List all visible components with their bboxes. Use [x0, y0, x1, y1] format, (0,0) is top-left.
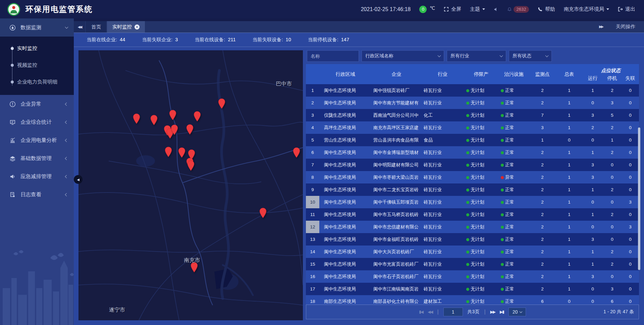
- table-row-12[interactable]: 12阆中生态环境局阆中市忠信建材有限公砖瓦行业无计划正常21003: [306, 221, 639, 233]
- tabs-scroll-left-icon[interactable]: ◀◀: [74, 21, 85, 33]
- sidebar-item-0[interactable]: 数据监测: [0, 18, 74, 37]
- col-facility: 治污设施: [499, 71, 529, 77]
- table-row-11[interactable]: 11阆中生态环境局阆中市五马桥页岩机砖砖瓦行业无计划正常21120: [306, 208, 639, 221]
- fullscreen-button[interactable]: 全屏: [444, 6, 461, 12]
- table-row-2[interactable]: 2阆中生态环境局阆中市南方节能建材有砖瓦行业无计划正常21030: [306, 97, 639, 109]
- cell-monitor: 2: [529, 175, 556, 180]
- logout-button[interactable]: 退出: [618, 6, 635, 12]
- cell-meter: 1: [556, 88, 583, 93]
- name-filter: [307, 50, 359, 62]
- sidebar-item-1[interactable]: 企业异常: [0, 95, 74, 113]
- map-pin-2[interactable]: [168, 110, 177, 121]
- map-pin-7[interactable]: [170, 124, 179, 136]
- sidebar-collapse-toggle[interactable]: ◀: [74, 175, 83, 184]
- map-pin-3[interactable]: [193, 111, 201, 122]
- sidebar-item-4[interactable]: 基础数据管理: [0, 149, 74, 167]
- table-row-18[interactable]: 18南部生态环境局南部县砂化土砖有限公建材加工无计划正常60060: [306, 295, 639, 305]
- table-row-1[interactable]: 1阆中生态环境局阆中强锐页岩砖厂砖瓦行业无计划正常21120: [306, 84, 639, 97]
- map-pin-9[interactable]: [164, 147, 173, 158]
- table-row-16[interactable]: 16阆中生态环境局阆中市石子页岩机砖厂砖瓦行业无计划正常21300: [306, 270, 639, 283]
- sidebar-menu: 数据监测实时监控视频监控企业电力负荷明细企业异常企业综合统计企业用电量分析基础数…: [0, 18, 74, 204]
- sidebar-subitem-0-0[interactable]: 实时监控: [0, 40, 74, 57]
- sidebar-item-5[interactable]: 应急减排管理: [0, 167, 74, 185]
- map-pin-0[interactable]: [132, 113, 141, 124]
- table-row-5[interactable]: 5营山生态环境局营山县润丰肉食品有限食品无计划正常10010: [306, 134, 639, 146]
- cell-meter: 1: [556, 237, 583, 242]
- tab-close-icon[interactable]: ×: [135, 24, 140, 30]
- status-dot-icon: [501, 275, 504, 278]
- table-row-14[interactable]: 14阆中生态环境局阆中大兴页岩机砖厂砖瓦行业无计划正常21120: [306, 246, 639, 258]
- table-row-3[interactable]: 3仪陇生态环境局西南油气田分公司川中化工无计划正常71350: [306, 109, 639, 121]
- cell-monitor: 2: [529, 249, 556, 254]
- sidebar-item-2[interactable]: 企业综合统计: [0, 113, 74, 131]
- cell-monitor: 1: [529, 138, 556, 143]
- cell-meter: 0: [556, 299, 583, 304]
- sidebar-item-6[interactable]: 日志查看: [0, 185, 74, 204]
- table-scrollbar[interactable]: [638, 127, 640, 270]
- org-dropdown[interactable]: 南充市生态环境局: [564, 6, 609, 12]
- map-pin-13[interactable]: [187, 160, 195, 171]
- cell-run: 2: [583, 125, 603, 130]
- name-filter-input[interactable]: [311, 53, 355, 59]
- help-button[interactable]: 帮助: [538, 6, 555, 12]
- bullet-dot-icon: [11, 64, 14, 67]
- table-row-7[interactable]: 7阆中生态环境局阆中明阳建材有限公司砖瓦行业无计划正常21300: [306, 159, 639, 171]
- pagination-bar: ▮◀ ◀◀ | 1 共3页 | ▶▶ ▶▮ 20 1 - 20 共 47 条: [306, 305, 639, 319]
- table-row-9[interactable]: 9阆中生态环境局阆中市二龙长宝页岩砖砖瓦行业无计划正常21120: [306, 183, 639, 196]
- mute-speaker-icon[interactable]: [494, 7, 498, 12]
- sidebar-subitem-0-1[interactable]: 视频监控: [0, 57, 74, 73]
- map-pin-1[interactable]: [150, 115, 158, 126]
- cell-run: 0: [583, 299, 603, 304]
- industry-filter-select[interactable]: 所有行业: [447, 50, 506, 62]
- map-pin-4[interactable]: [218, 98, 226, 109]
- notifications[interactable]: 2632: [507, 6, 529, 13]
- map-pin-8[interactable]: [186, 124, 194, 135]
- table-body: 1阆中生态环境局阆中强锐页岩砖厂砖瓦行业无计划正常211202阆中生态环境局阆中…: [306, 84, 639, 305]
- table-row-6[interactable]: 6阆中生态环境局阆中市金博瑞新型墙材砖瓦行业无计划正常21120: [306, 146, 639, 159]
- cell-lost: 0: [622, 286, 639, 291]
- cell-monitor: 2: [529, 286, 556, 291]
- status-dot-icon: [501, 114, 504, 117]
- close-operations[interactable]: 关闭操作: [616, 23, 635, 30]
- cell-production: 无计划: [464, 112, 499, 118]
- status-dot-icon: [466, 288, 469, 291]
- page-size-select[interactable]: 20: [508, 308, 526, 316]
- table-row-4[interactable]: 4高坪生态环境局南充市高坪区王家店建砖瓦行业无计划正常31220: [306, 121, 639, 134]
- table-row-15[interactable]: 15阆中生态环境局阆中市光富页岩机砖厂砖瓦行业无计划正常21120: [306, 258, 639, 270]
- cell-facility: 正常: [499, 261, 529, 267]
- current-page-input[interactable]: 1: [443, 308, 463, 316]
- table-row-8[interactable]: 8阆中生态环境局阆中市枣碧大梁山页岩砖瓦行业无计划异常21300: [306, 171, 639, 183]
- col-group-point-status: 点位状态: [583, 65, 639, 74]
- cell-production: 无计划: [464, 150, 499, 156]
- cell-lost: 3: [622, 224, 639, 229]
- table-row-17[interactable]: 17阆中生态环境局阆中市江南镇阆南页岩砖瓦行业无计划正常21030: [306, 283, 639, 295]
- tabs-scroll-right-icon[interactable]: ▶▶: [599, 24, 604, 29]
- status-dot-icon: [501, 89, 504, 92]
- tab-home[interactable]: 首页: [86, 21, 106, 33]
- next-page-icon[interactable]: ▶▶: [490, 310, 495, 314]
- map-pin-15[interactable]: [259, 208, 267, 219]
- cell-monitor: 2: [529, 200, 556, 205]
- cell-facility: 异常: [499, 174, 529, 180]
- table-row-13[interactable]: 13阆中生态环境局阆中市金福旺页岩机砖砖瓦行业无计划正常21300: [306, 233, 639, 246]
- status-filter-select[interactable]: 所有状态: [509, 50, 552, 62]
- status-dot-icon: [466, 188, 469, 192]
- first-page-icon[interactable]: ▮◀: [419, 310, 423, 314]
- cell-industry: 砖瓦行业: [422, 286, 464, 292]
- table-row-10[interactable]: 10阆中生态环境局阆中千佛镇五郎垭页岩砖瓦行业无计划正常21003: [306, 196, 639, 208]
- map-pin-14[interactable]: [292, 147, 301, 158]
- region-filter-select[interactable]: 行政区域名称: [362, 50, 444, 62]
- prev-page-icon[interactable]: ◀◀: [428, 310, 432, 314]
- map-pin-10[interactable]: [178, 147, 186, 158]
- temperature-badge: 0: [419, 6, 427, 13]
- tab-realtime-monitor[interactable]: 实时监控 ×: [107, 21, 145, 33]
- cell-stop: 5: [603, 113, 622, 118]
- status-dot-icon: [501, 288, 504, 291]
- status-dot-icon: [501, 251, 504, 254]
- sidebar-subitem-0-2[interactable]: 企业电力负荷明细: [0, 73, 74, 90]
- map[interactable]: 巴中市南充市遂宁市: [78, 50, 303, 320]
- last-page-icon[interactable]: ▶▮: [500, 310, 504, 314]
- theme-dropdown[interactable]: 主题: [470, 6, 485, 12]
- cell-meter: 1: [556, 262, 583, 267]
- sidebar-item-3[interactable]: 企业用电量分析: [0, 131, 74, 149]
